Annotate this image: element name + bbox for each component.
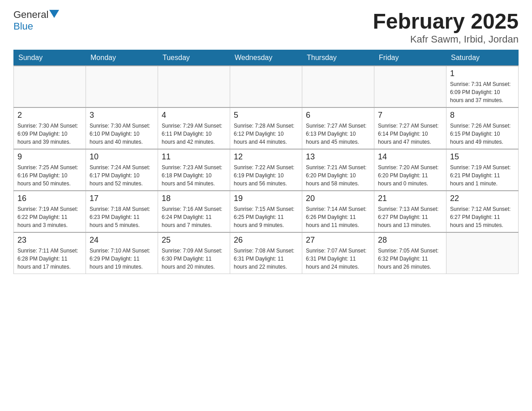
- day-number: 20: [306, 194, 370, 203]
- day-info: Sunrise: 7:07 AM Sunset: 6:31 PM Dayligh…: [306, 247, 370, 271]
- logo-text-general: General: [13, 9, 48, 21]
- day-number: 1: [450, 69, 515, 78]
- calendar-day-cell: 10Sunrise: 7:24 AM Sunset: 6:17 PM Dayli…: [86, 149, 158, 191]
- calendar-day-cell: [446, 232, 519, 274]
- calendar-header-row: SundayMondayTuesdayWednesdayThursdayFrid…: [14, 50, 519, 66]
- day-number: 17: [90, 194, 154, 203]
- calendar-day-cell: 16Sunrise: 7:19 AM Sunset: 6:22 PM Dayli…: [14, 191, 86, 232]
- day-info: Sunrise: 7:29 AM Sunset: 6:11 PM Dayligh…: [162, 122, 226, 146]
- day-header-sunday: Sunday: [14, 50, 86, 66]
- calendar-day-cell: 27Sunrise: 7:07 AM Sunset: 6:31 PM Dayli…: [302, 232, 374, 274]
- day-number: 16: [17, 194, 82, 203]
- calendar-day-cell: 17Sunrise: 7:18 AM Sunset: 6:23 PM Dayli…: [86, 191, 158, 232]
- calendar-day-cell: 18Sunrise: 7:16 AM Sunset: 6:24 PM Dayli…: [158, 191, 230, 232]
- calendar-day-cell: 5Sunrise: 7:28 AM Sunset: 6:12 PM Daylig…: [230, 107, 302, 149]
- calendar-day-cell: 1Sunrise: 7:31 AM Sunset: 6:09 PM Daylig…: [446, 66, 519, 107]
- day-info: Sunrise: 7:24 AM Sunset: 6:17 PM Dayligh…: [90, 163, 154, 188]
- day-info: Sunrise: 7:10 AM Sunset: 6:29 PM Dayligh…: [90, 247, 154, 271]
- calendar-day-cell: 4Sunrise: 7:29 AM Sunset: 6:11 PM Daylig…: [158, 107, 230, 149]
- calendar-table: SundayMondayTuesdayWednesdayThursdayFrid…: [13, 50, 519, 274]
- day-info: Sunrise: 7:16 AM Sunset: 6:24 PM Dayligh…: [162, 205, 226, 229]
- day-info: Sunrise: 7:08 AM Sunset: 6:31 PM Dayligh…: [234, 247, 298, 271]
- day-number: 2: [17, 111, 82, 120]
- calendar-day-cell: 28Sunrise: 7:05 AM Sunset: 6:32 PM Dayli…: [374, 232, 446, 274]
- calendar-day-cell: [230, 66, 302, 107]
- calendar-day-cell: 9Sunrise: 7:25 AM Sunset: 6:16 PM Daylig…: [14, 149, 86, 191]
- day-number: 11: [162, 152, 226, 162]
- day-info: Sunrise: 7:26 AM Sunset: 6:15 PM Dayligh…: [450, 122, 515, 146]
- day-info: Sunrise: 7:27 AM Sunset: 6:13 PM Dayligh…: [306, 122, 370, 146]
- day-info: Sunrise: 7:25 AM Sunset: 6:16 PM Dayligh…: [17, 163, 82, 188]
- day-number: 22: [450, 194, 515, 203]
- day-info: Sunrise: 7:19 AM Sunset: 6:21 PM Dayligh…: [450, 163, 515, 188]
- calendar-day-cell: [374, 66, 446, 107]
- day-number: 28: [378, 235, 442, 245]
- day-number: 9: [17, 152, 82, 162]
- day-number: 24: [90, 235, 154, 245]
- svg-marker-0: [49, 10, 59, 18]
- calendar-day-cell: 7Sunrise: 7:27 AM Sunset: 6:14 PM Daylig…: [374, 107, 446, 149]
- calendar-week-row: 23Sunrise: 7:11 AM Sunset: 6:28 PM Dayli…: [14, 232, 519, 274]
- calendar-day-cell: 25Sunrise: 7:09 AM Sunset: 6:30 PM Dayli…: [158, 232, 230, 274]
- day-info: Sunrise: 7:22 AM Sunset: 6:19 PM Dayligh…: [234, 163, 298, 188]
- page-header: General Blue February 2025 Kafr Sawm, Ir…: [13, 9, 519, 45]
- calendar-day-cell: [14, 66, 86, 107]
- day-info: Sunrise: 7:14 AM Sunset: 6:26 PM Dayligh…: [306, 205, 370, 229]
- calendar-day-cell: 2Sunrise: 7:30 AM Sunset: 6:09 PM Daylig…: [14, 107, 86, 149]
- day-header-friday: Friday: [374, 50, 446, 66]
- day-number: 12: [234, 152, 298, 162]
- day-info: Sunrise: 7:30 AM Sunset: 6:10 PM Dayligh…: [90, 122, 154, 146]
- logo-text-blue: Blue: [13, 21, 33, 32]
- day-info: Sunrise: 7:18 AM Sunset: 6:23 PM Dayligh…: [90, 205, 154, 229]
- calendar-day-cell: 12Sunrise: 7:22 AM Sunset: 6:19 PM Dayli…: [230, 149, 302, 191]
- day-header-wednesday: Wednesday: [230, 50, 302, 66]
- calendar-day-cell: [302, 66, 374, 107]
- day-number: 5: [234, 111, 298, 120]
- day-info: Sunrise: 7:13 AM Sunset: 6:27 PM Dayligh…: [378, 205, 442, 229]
- day-header-monday: Monday: [86, 50, 158, 66]
- logo-arrow-icon: [49, 10, 59, 18]
- day-info: Sunrise: 7:21 AM Sunset: 6:20 PM Dayligh…: [306, 163, 370, 188]
- day-number: 6: [306, 111, 370, 120]
- calendar-day-cell: 13Sunrise: 7:21 AM Sunset: 6:20 PM Dayli…: [302, 149, 374, 191]
- day-info: Sunrise: 7:05 AM Sunset: 6:32 PM Dayligh…: [378, 247, 442, 271]
- calendar-day-cell: 6Sunrise: 7:27 AM Sunset: 6:13 PM Daylig…: [302, 107, 374, 149]
- day-number: 13: [306, 152, 370, 162]
- page-title: February 2025: [373, 9, 519, 34]
- day-number: 25: [162, 235, 226, 245]
- calendar-day-cell: 3Sunrise: 7:30 AM Sunset: 6:10 PM Daylig…: [86, 107, 158, 149]
- day-number: 26: [234, 235, 298, 245]
- calendar-day-cell: 24Sunrise: 7:10 AM Sunset: 6:29 PM Dayli…: [86, 232, 158, 274]
- day-number: 23: [17, 235, 82, 245]
- day-info: Sunrise: 7:31 AM Sunset: 6:09 PM Dayligh…: [450, 80, 515, 104]
- day-info: Sunrise: 7:09 AM Sunset: 6:30 PM Dayligh…: [162, 247, 226, 271]
- day-info: Sunrise: 7:19 AM Sunset: 6:22 PM Dayligh…: [17, 205, 82, 229]
- calendar-week-row: 2Sunrise: 7:30 AM Sunset: 6:09 PM Daylig…: [14, 107, 519, 149]
- calendar-day-cell: 15Sunrise: 7:19 AM Sunset: 6:21 PM Dayli…: [446, 149, 519, 191]
- day-number: 19: [234, 194, 298, 203]
- calendar-day-cell: 11Sunrise: 7:23 AM Sunset: 6:18 PM Dayli…: [158, 149, 230, 191]
- calendar-day-cell: [86, 66, 158, 107]
- title-block: February 2025 Kafr Sawm, Irbid, Jordan: [373, 9, 519, 45]
- day-number: 3: [90, 111, 154, 120]
- calendar-week-row: 16Sunrise: 7:19 AM Sunset: 6:22 PM Dayli…: [14, 191, 519, 232]
- day-number: 21: [378, 194, 442, 203]
- day-info: Sunrise: 7:20 AM Sunset: 6:20 PM Dayligh…: [378, 163, 442, 188]
- calendar-day-cell: 23Sunrise: 7:11 AM Sunset: 6:28 PM Dayli…: [14, 232, 86, 274]
- day-info: Sunrise: 7:23 AM Sunset: 6:18 PM Dayligh…: [162, 163, 226, 188]
- day-header-thursday: Thursday: [302, 50, 374, 66]
- day-number: 4: [162, 111, 226, 120]
- day-info: Sunrise: 7:28 AM Sunset: 6:12 PM Dayligh…: [234, 122, 298, 146]
- day-info: Sunrise: 7:15 AM Sunset: 6:25 PM Dayligh…: [234, 205, 298, 229]
- day-header-saturday: Saturday: [446, 50, 519, 66]
- day-number: 14: [378, 152, 442, 162]
- calendar-day-cell: 14Sunrise: 7:20 AM Sunset: 6:20 PM Dayli…: [374, 149, 446, 191]
- calendar-day-cell: 20Sunrise: 7:14 AM Sunset: 6:26 PM Dayli…: [302, 191, 374, 232]
- calendar-day-cell: 21Sunrise: 7:13 AM Sunset: 6:27 PM Dayli…: [374, 191, 446, 232]
- day-number: 7: [378, 111, 442, 120]
- day-header-tuesday: Tuesday: [158, 50, 230, 66]
- day-info: Sunrise: 7:30 AM Sunset: 6:09 PM Dayligh…: [17, 122, 82, 146]
- day-info: Sunrise: 7:12 AM Sunset: 6:27 PM Dayligh…: [450, 205, 515, 229]
- day-number: 8: [450, 111, 515, 120]
- calendar-day-cell: 26Sunrise: 7:08 AM Sunset: 6:31 PM Dayli…: [230, 232, 302, 274]
